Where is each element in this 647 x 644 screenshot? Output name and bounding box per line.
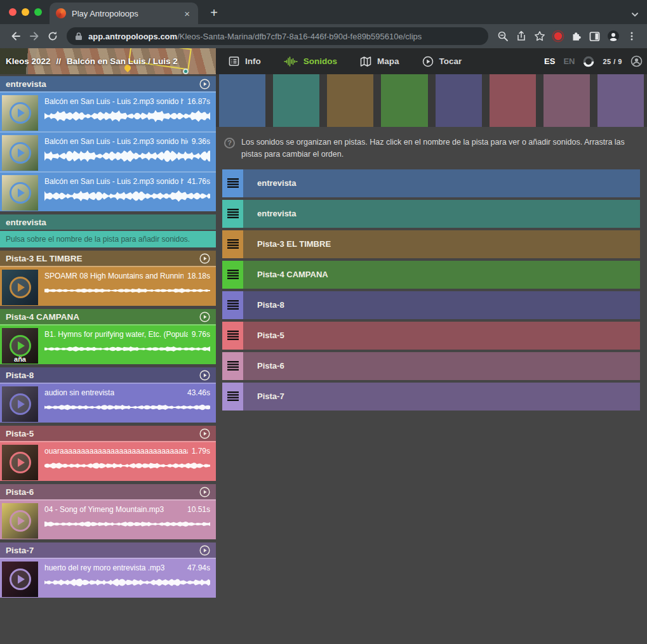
profile-icon[interactable] bbox=[604, 27, 622, 46]
track-play-button[interactable] bbox=[199, 370, 210, 381]
map-icon bbox=[360, 56, 371, 67]
track-header[interactable]: Pista-4 CAMPANA bbox=[0, 309, 216, 324]
content: entrevistaBalcón en San Luis - Luis 2.mp… bbox=[0, 74, 647, 644]
zoom-window-button[interactable] bbox=[34, 8, 42, 16]
track-name: Pista-8 bbox=[6, 371, 34, 380]
track-row-name[interactable]: Pista-6 bbox=[257, 361, 284, 371]
menu-icon[interactable] bbox=[622, 27, 641, 46]
track-header[interactable]: Pista-3 EL TIMBRE bbox=[0, 251, 216, 266]
track-row[interactable]: Pista-5 bbox=[222, 322, 640, 350]
side-panel-icon[interactable] bbox=[585, 27, 604, 46]
clip[interactable]: Balcón en San Luis - Luis 2.mp3 sonido h… bbox=[0, 171, 216, 211]
clip[interactable]: SPOAMR 08 High Mountains and Running ...… bbox=[0, 266, 216, 306]
track-play-button[interactable] bbox=[199, 545, 210, 556]
clip[interactable]: huerto del rey moro entrevista .mp347.94… bbox=[0, 558, 216, 598]
clip-play-overlay-icon[interactable] bbox=[10, 510, 31, 532]
track-drag-handle[interactable] bbox=[222, 230, 243, 258]
clip-play-overlay-icon[interactable] bbox=[10, 452, 31, 473]
tab-close-icon[interactable]: × bbox=[182, 9, 192, 18]
clip[interactable]: añaB1. Hymns for purifying water, Etc. (… bbox=[0, 324, 216, 364]
drag-handle-icon bbox=[227, 209, 239, 218]
clip[interactable]: Balcón en San Luis - Luis 2.mp3 sonido h… bbox=[0, 131, 216, 171]
record-icon[interactable] bbox=[549, 27, 567, 46]
clip-play-overlay-icon[interactable] bbox=[10, 142, 31, 164]
back-button[interactable] bbox=[6, 27, 25, 46]
clip-play-overlay-icon[interactable] bbox=[10, 182, 31, 204]
track-color-strip bbox=[216, 74, 647, 127]
track-row-name[interactable]: Pista-3 EL TIMBRE bbox=[257, 239, 331, 249]
track-header[interactable]: Pista-6 bbox=[0, 484, 216, 499]
lock-icon bbox=[75, 32, 83, 41]
list-icon bbox=[229, 56, 239, 67]
tab-search-chevron-icon[interactable] bbox=[630, 10, 639, 19]
track-header[interactable]: Pista-8 bbox=[0, 367, 216, 383]
track-name: Pista-5 bbox=[6, 429, 34, 438]
track-play-button[interactable] bbox=[199, 79, 210, 89]
lang-en-button[interactable]: EN bbox=[563, 56, 575, 66]
track-drag-handle[interactable] bbox=[222, 291, 243, 319]
clip-play-overlay-icon[interactable] bbox=[10, 277, 31, 298]
close-window-button[interactable] bbox=[9, 8, 17, 16]
bookmark-star-icon[interactable] bbox=[530, 27, 549, 46]
track-section: entrevistaBalcón en San Luis - Luis 2.mp… bbox=[0, 76, 216, 211]
track-drag-handle[interactable] bbox=[222, 261, 243, 289]
clip-play-overlay-icon[interactable] bbox=[10, 568, 31, 590]
clip-duration: 10.51s bbox=[187, 505, 210, 514]
track-row[interactable]: Pista-7 bbox=[222, 383, 640, 411]
track-row-name[interactable]: entrevista bbox=[257, 178, 296, 188]
lang-es-button[interactable]: ES bbox=[544, 56, 555, 66]
track-drag-handle[interactable] bbox=[222, 169, 243, 197]
reload-button[interactable] bbox=[43, 27, 62, 46]
thumbnail-caption: aña bbox=[2, 355, 38, 363]
nav-item-sonidos[interactable]: Sonidos bbox=[284, 56, 337, 67]
clip[interactable]: ouaraaaaaaaaaaaaaaaaaaaaaaaaaaaaaaaaaaa.… bbox=[0, 441, 216, 481]
track-name: Pista-3 EL TIMBRE bbox=[6, 254, 83, 263]
clip[interactable]: audion sin entrevista43.46s bbox=[0, 383, 216, 423]
account-icon[interactable] bbox=[630, 55, 643, 67]
track-header[interactable]: entrevista bbox=[0, 76, 216, 91]
clip-play-overlay-icon[interactable] bbox=[10, 102, 31, 124]
minimize-window-button[interactable] bbox=[22, 8, 29, 16]
track-header[interactable]: Pista-5 bbox=[0, 426, 216, 441]
nav-item-tocar[interactable]: Tocar bbox=[422, 56, 462, 67]
track-list: entrevistaentrevistaPista-3 EL TIMBREPis… bbox=[216, 168, 647, 411]
address-bar[interactable]: app.antropoloops.com/Kleos-Santa-Marina/… bbox=[67, 27, 488, 45]
breadcrumb-project[interactable]: Kleos 2022 bbox=[6, 56, 51, 66]
track-row[interactable]: Pista-3 EL TIMBRE bbox=[222, 230, 640, 258]
track-row[interactable]: Pista-4 CAMPANA bbox=[222, 261, 640, 289]
track-row-name[interactable]: Pista-8 bbox=[257, 300, 284, 310]
track-play-button[interactable] bbox=[199, 312, 210, 322]
nav-item-mapa[interactable]: Mapa bbox=[360, 56, 399, 67]
track-drag-handle[interactable] bbox=[222, 383, 243, 411]
share-icon[interactable] bbox=[512, 27, 530, 46]
track-row[interactable]: Pista-6 bbox=[222, 352, 640, 380]
track-header[interactable]: entrevista bbox=[0, 214, 216, 230]
track-row-name[interactable]: Pista-4 CAMPANA bbox=[257, 270, 328, 279]
track-row-name[interactable]: entrevista bbox=[257, 209, 296, 218]
main-nav: InfoSonidosMapaTocar bbox=[229, 56, 462, 67]
track-drag-handle[interactable] bbox=[222, 200, 243, 228]
clip[interactable]: Balcón en San Luis - Luis 2.mp3 sonido h… bbox=[0, 91, 216, 131]
forward-button[interactable] bbox=[25, 27, 43, 46]
clip-play-overlay-icon[interactable] bbox=[10, 335, 31, 357]
track-row-name[interactable]: Pista-5 bbox=[257, 331, 284, 340]
track-drag-handle[interactable] bbox=[222, 322, 243, 350]
zoom-icon[interactable] bbox=[493, 27, 512, 46]
track-play-button[interactable] bbox=[199, 253, 210, 264]
location-photo: Kleos 2022 // Balcón en San Luis / Luis … bbox=[0, 48, 216, 74]
track-drag-handle[interactable] bbox=[222, 352, 243, 380]
new-tab-button[interactable]: + bbox=[206, 4, 222, 21]
track-row[interactable]: Pista-8 bbox=[222, 291, 640, 319]
track-row[interactable]: entrevista bbox=[222, 200, 640, 228]
clip-waveform bbox=[44, 575, 210, 590]
track-header[interactable]: Pista-7 bbox=[0, 542, 216, 558]
nav-item-info[interactable]: Info bbox=[229, 56, 261, 67]
clip-play-overlay-icon[interactable] bbox=[10, 393, 31, 415]
extensions-icon[interactable] bbox=[567, 27, 585, 46]
track-play-button[interactable] bbox=[199, 487, 210, 497]
track-play-button[interactable] bbox=[199, 428, 210, 439]
track-row-name[interactable]: Pista-7 bbox=[257, 391, 284, 401]
track-row[interactable]: entrevista bbox=[222, 169, 640, 197]
browser-tab[interactable]: Play Antropoloops × bbox=[50, 3, 198, 24]
clip[interactable]: 04 - Song of Yimeng Mountain.mp310.51s bbox=[0, 499, 216, 539]
